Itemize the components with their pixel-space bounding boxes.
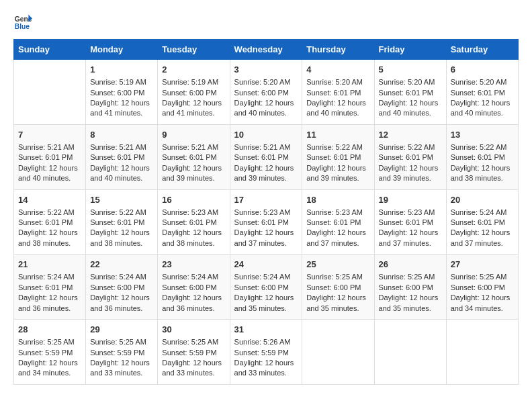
daylight-text-2: and 35 minutes.	[306, 304, 369, 314]
calendar-cell: 3Sunrise: 5:20 AMSunset: 6:00 PMDaylight…	[230, 60, 302, 125]
header-saturday: Saturday	[446, 40, 518, 60]
sunrise-text: Sunrise: 5:22 AM	[18, 208, 81, 218]
daylight-text-2: and 39 minutes.	[234, 173, 298, 183]
day-number: 3	[234, 64, 298, 76]
day-number: 8	[90, 129, 153, 141]
sunrise-text: Sunrise: 5:23 AM	[162, 208, 225, 218]
day-number: 30	[162, 324, 225, 336]
daylight-text: Daylight: 12 hours	[90, 163, 153, 173]
sunrise-text: Sunrise: 5:20 AM	[234, 77, 298, 87]
calendar-cell: 14Sunrise: 5:22 AMSunset: 6:01 PMDayligh…	[14, 189, 86, 255]
day-number: 7	[18, 129, 81, 141]
daylight-text-2: and 34 minutes.	[451, 304, 514, 314]
calendar-cell: 22Sunrise: 5:24 AMSunset: 6:00 PMDayligh…	[86, 255, 158, 320]
day-number: 25	[306, 259, 369, 271]
sunrise-text: Sunrise: 5:25 AM	[162, 337, 225, 347]
sunset-text: Sunset: 6:00 PM	[234, 283, 298, 293]
daylight-text-2: and 41 minutes.	[90, 108, 153, 118]
sunrise-text: Sunrise: 5:23 AM	[234, 208, 298, 218]
daylight-text-2: and 39 minutes.	[162, 173, 225, 183]
daylight-text: Daylight: 12 hours	[162, 98, 225, 108]
sunrise-text: Sunrise: 5:21 AM	[162, 142, 225, 152]
sunset-text: Sunset: 6:00 PM	[162, 283, 225, 293]
week-row-5: 28Sunrise: 5:25 AMSunset: 5:59 PMDayligh…	[14, 320, 519, 385]
day-number: 22	[90, 259, 153, 271]
daylight-text-2: and 38 minutes.	[162, 238, 225, 248]
daylight-text-2: and 38 minutes.	[18, 238, 81, 248]
sunrise-text: Sunrise: 5:22 AM	[451, 142, 514, 152]
calendar-cell: 27Sunrise: 5:25 AMSunset: 6:00 PMDayligh…	[446, 255, 518, 320]
header-wednesday: Wednesday	[230, 40, 302, 60]
day-number: 11	[306, 129, 369, 141]
daylight-text: Daylight: 12 hours	[234, 98, 298, 108]
sunset-text: Sunset: 5:59 PM	[234, 348, 298, 358]
sunrise-text: Sunrise: 5:23 AM	[379, 208, 442, 218]
sunset-text: Sunset: 6:01 PM	[379, 88, 442, 98]
header-sunday: Sunday	[14, 40, 86, 60]
calendar-cell	[302, 320, 374, 385]
daylight-text: Daylight: 12 hours	[306, 163, 369, 173]
sunset-text: Sunset: 6:01 PM	[234, 218, 298, 228]
sunset-text: Sunset: 6:01 PM	[162, 152, 225, 163]
calendar-cell: 23Sunrise: 5:24 AMSunset: 6:00 PMDayligh…	[158, 255, 230, 320]
daylight-text: Daylight: 12 hours	[379, 98, 442, 108]
sunset-text: Sunset: 6:01 PM	[162, 218, 225, 228]
header-friday: Friday	[374, 40, 446, 60]
week-row-4: 21Sunrise: 5:24 AMSunset: 6:01 PMDayligh…	[14, 255, 519, 320]
daylight-text: Daylight: 12 hours	[306, 293, 369, 303]
daylight-text: Daylight: 12 hours	[18, 228, 81, 238]
calendar-cell: 7Sunrise: 5:21 AMSunset: 6:01 PMDaylight…	[14, 124, 86, 189]
day-number: 28	[18, 324, 81, 336]
calendar-cell: 26Sunrise: 5:25 AMSunset: 6:00 PMDayligh…	[374, 255, 446, 320]
sunset-text: Sunset: 6:01 PM	[306, 88, 369, 98]
sunset-text: Sunset: 5:59 PM	[90, 348, 153, 358]
sunrise-text: Sunrise: 5:23 AM	[306, 208, 369, 218]
day-number: 12	[379, 129, 442, 141]
calendar-cell: 18Sunrise: 5:23 AMSunset: 6:01 PMDayligh…	[302, 189, 374, 255]
calendar-cell	[446, 320, 518, 385]
sunset-text: Sunset: 6:01 PM	[379, 152, 442, 163]
calendar-cell: 25Sunrise: 5:25 AMSunset: 6:00 PMDayligh…	[302, 255, 374, 320]
day-number: 26	[379, 259, 442, 271]
sunset-text: Sunset: 6:01 PM	[306, 152, 369, 163]
sunrise-text: Sunrise: 5:22 AM	[90, 208, 153, 218]
daylight-text-2: and 36 minutes.	[90, 304, 153, 314]
day-number: 10	[234, 129, 298, 141]
sunrise-text: Sunrise: 5:25 AM	[90, 337, 153, 347]
sunset-text: Sunset: 6:01 PM	[90, 218, 153, 228]
daylight-text-2: and 33 minutes.	[90, 368, 153, 378]
calendar-cell: 5Sunrise: 5:20 AMSunset: 6:01 PMDaylight…	[374, 60, 446, 125]
daylight-text-2: and 40 minutes.	[90, 173, 153, 183]
header-tuesday: Tuesday	[158, 40, 230, 60]
sunset-text: Sunset: 6:01 PM	[90, 152, 153, 163]
daylight-text-2: and 40 minutes.	[18, 173, 81, 183]
daylight-text-2: and 34 minutes.	[18, 368, 81, 378]
daylight-text-2: and 35 minutes.	[379, 304, 442, 314]
daylight-text: Daylight: 12 hours	[379, 163, 442, 173]
sunrise-text: Sunrise: 5:25 AM	[451, 272, 514, 282]
daylight-text: Daylight: 12 hours	[90, 98, 153, 108]
daylight-text: Daylight: 12 hours	[90, 228, 153, 238]
daylight-text-2: and 38 minutes.	[90, 238, 153, 248]
sunset-text: Sunset: 6:00 PM	[90, 283, 153, 293]
week-row-1: 1Sunrise: 5:19 AMSunset: 6:00 PMDaylight…	[14, 60, 519, 125]
calendar-header: SundayMondayTuesdayWednesdayThursdayFrid…	[14, 40, 519, 60]
calendar-cell: 11Sunrise: 5:22 AMSunset: 6:01 PMDayligh…	[302, 124, 374, 189]
sunset-text: Sunset: 6:00 PM	[379, 283, 442, 293]
day-number: 16	[162, 194, 225, 206]
calendar-cell: 19Sunrise: 5:23 AMSunset: 6:01 PMDayligh…	[374, 189, 446, 255]
calendar-cell: 21Sunrise: 5:24 AMSunset: 6:01 PMDayligh…	[14, 255, 86, 320]
calendar-table: SundayMondayTuesdayWednesdayThursdayFrid…	[13, 39, 519, 385]
day-number: 29	[90, 324, 153, 336]
daylight-text: Daylight: 12 hours	[451, 293, 514, 303]
daylight-text-2: and 41 minutes.	[162, 108, 225, 118]
daylight-text: Daylight: 12 hours	[162, 358, 225, 368]
day-number: 2	[162, 64, 225, 76]
day-number: 5	[379, 64, 442, 76]
daylight-text: Daylight: 12 hours	[379, 293, 442, 303]
daylight-text: Daylight: 12 hours	[306, 228, 369, 238]
day-number: 6	[451, 64, 514, 76]
sunset-text: Sunset: 6:01 PM	[451, 88, 514, 98]
daylight-text-2: and 40 minutes.	[379, 108, 442, 118]
sunset-text: Sunset: 6:01 PM	[18, 283, 81, 293]
